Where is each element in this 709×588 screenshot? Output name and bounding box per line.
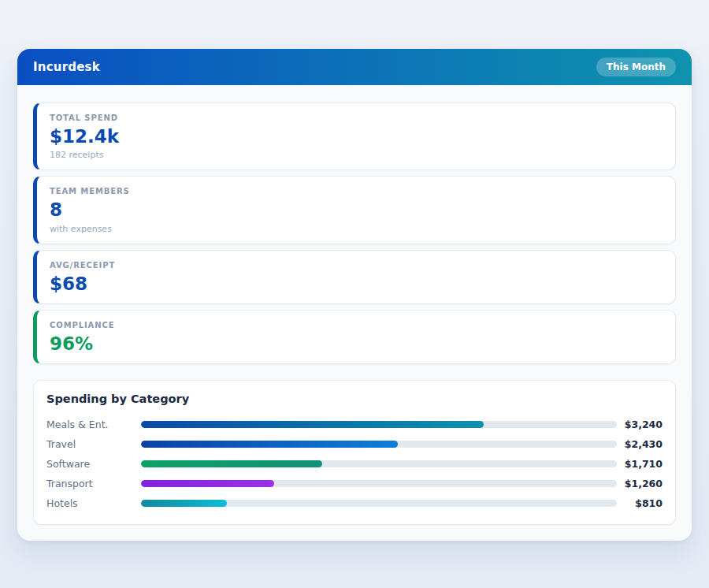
category-label: Transport <box>46 478 141 489</box>
chart-title: Spending by Category <box>46 393 663 405</box>
category-value: $1,260 <box>617 478 663 489</box>
stat-label: TOTAL SPEND <box>50 114 663 122</box>
bar-fill <box>141 441 398 448</box>
stat-value: $12.4k <box>50 127 663 147</box>
chart-row-transport: Transport $1,260 <box>46 474 663 493</box>
stat-subtext: 182 receipts <box>50 150 663 160</box>
bar-track <box>141 421 617 428</box>
category-value: $1,710 <box>617 458 663 470</box>
stat-label: AVG/RECEIPT <box>50 261 663 270</box>
chart-row-meals: Meals & Ent. $3,240 <box>46 415 663 434</box>
bar-track <box>141 500 617 507</box>
stat-card-compliance: COMPLIANCE 96% <box>33 310 676 364</box>
chart-row-hotels: Hotels $810 <box>46 493 663 513</box>
category-value: $3,240 <box>617 419 663 430</box>
bar-track <box>141 441 617 448</box>
stat-label: COMPLIANCE <box>50 321 663 329</box>
stat-value: $68 <box>50 274 663 294</box>
bar-track <box>141 480 617 487</box>
stat-label: TEAM MEMBERS <box>50 187 663 195</box>
category-label: Software <box>46 458 141 470</box>
bar-fill <box>141 421 484 428</box>
category-label: Travel <box>46 438 141 450</box>
category-label: Hotels <box>46 497 141 509</box>
chart-row-software: Software $1,710 <box>46 454 663 474</box>
chart-row-travel: Travel $2,430 <box>46 434 663 454</box>
category-label: Meals & Ent. <box>46 419 141 430</box>
category-value: $2,430 <box>617 438 663 450</box>
stat-card-team-members: TEAM MEMBERS 8 with expenses <box>33 176 676 244</box>
bar-fill <box>141 480 274 487</box>
bar-fill <box>141 500 227 507</box>
stat-value: 8 <box>50 200 663 220</box>
stat-card-total-spend: TOTAL SPEND $12.4k 182 receipts <box>33 102 676 170</box>
app-title: Incurdesk <box>33 60 100 74</box>
stat-subtext: with expenses <box>50 224 663 234</box>
stat-value: 96% <box>50 334 663 354</box>
bar-fill <box>141 460 322 467</box>
category-value: $810 <box>617 497 663 509</box>
app-header: Incurdesk This Month <box>17 49 692 85</box>
stat-card-avg-receipt: AVG/RECEIPT $68 <box>33 250 676 304</box>
bar-track <box>141 460 617 467</box>
dashboard-content: TOTAL SPEND $12.4k 182 receipts TEAM MEM… <box>17 85 692 525</box>
app-panel: Incurdesk This Month TOTAL SPEND $12.4k … <box>17 49 692 541</box>
period-badge[interactable]: This Month <box>596 58 676 76</box>
spending-by-category-chart: Spending by Category Meals & Ent. $3,240… <box>33 380 676 525</box>
